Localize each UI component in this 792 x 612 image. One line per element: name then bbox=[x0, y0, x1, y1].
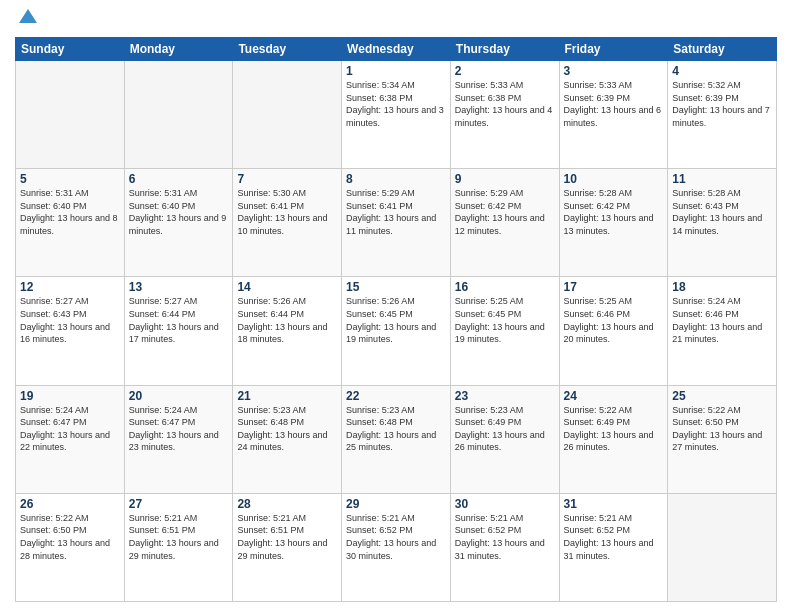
day-detail: Sunrise: 5:22 AM Sunset: 6:49 PM Dayligh… bbox=[564, 404, 664, 454]
day-number: 8 bbox=[346, 172, 446, 186]
day-detail: Sunrise: 5:28 AM Sunset: 6:43 PM Dayligh… bbox=[672, 187, 772, 237]
day-number: 24 bbox=[564, 389, 664, 403]
weekday-header-sunday: Sunday bbox=[16, 38, 125, 61]
day-detail: Sunrise: 5:34 AM Sunset: 6:38 PM Dayligh… bbox=[346, 79, 446, 129]
calendar-cell: 31Sunrise: 5:21 AM Sunset: 6:52 PM Dayli… bbox=[559, 493, 668, 601]
calendar-cell bbox=[16, 61, 125, 169]
calendar-cell: 17Sunrise: 5:25 AM Sunset: 6:46 PM Dayli… bbox=[559, 277, 668, 385]
calendar-cell: 11Sunrise: 5:28 AM Sunset: 6:43 PM Dayli… bbox=[668, 169, 777, 277]
day-detail: Sunrise: 5:27 AM Sunset: 6:43 PM Dayligh… bbox=[20, 295, 120, 345]
day-number: 12 bbox=[20, 280, 120, 294]
day-number: 30 bbox=[455, 497, 555, 511]
weekday-header-tuesday: Tuesday bbox=[233, 38, 342, 61]
day-detail: Sunrise: 5:29 AM Sunset: 6:41 PM Dayligh… bbox=[346, 187, 446, 237]
day-detail: Sunrise: 5:21 AM Sunset: 6:51 PM Dayligh… bbox=[129, 512, 229, 562]
weekday-header-thursday: Thursday bbox=[450, 38, 559, 61]
day-number: 31 bbox=[564, 497, 664, 511]
weekday-header-wednesday: Wednesday bbox=[342, 38, 451, 61]
calendar-cell: 24Sunrise: 5:22 AM Sunset: 6:49 PM Dayli… bbox=[559, 385, 668, 493]
day-number: 28 bbox=[237, 497, 337, 511]
calendar-cell: 3Sunrise: 5:33 AM Sunset: 6:39 PM Daylig… bbox=[559, 61, 668, 169]
calendar-cell: 20Sunrise: 5:24 AM Sunset: 6:47 PM Dayli… bbox=[124, 385, 233, 493]
calendar-cell: 4Sunrise: 5:32 AM Sunset: 6:39 PM Daylig… bbox=[668, 61, 777, 169]
calendar-cell bbox=[233, 61, 342, 169]
calendar-cell: 27Sunrise: 5:21 AM Sunset: 6:51 PM Dayli… bbox=[124, 493, 233, 601]
day-detail: Sunrise: 5:32 AM Sunset: 6:39 PM Dayligh… bbox=[672, 79, 772, 129]
svg-marker-0 bbox=[19, 9, 37, 23]
day-detail: Sunrise: 5:24 AM Sunset: 6:47 PM Dayligh… bbox=[129, 404, 229, 454]
day-number: 18 bbox=[672, 280, 772, 294]
calendar-cell: 21Sunrise: 5:23 AM Sunset: 6:48 PM Dayli… bbox=[233, 385, 342, 493]
day-number: 17 bbox=[564, 280, 664, 294]
calendar-cell: 7Sunrise: 5:30 AM Sunset: 6:41 PM Daylig… bbox=[233, 169, 342, 277]
calendar-cell: 18Sunrise: 5:24 AM Sunset: 6:46 PM Dayli… bbox=[668, 277, 777, 385]
calendar-week-5: 26Sunrise: 5:22 AM Sunset: 6:50 PM Dayli… bbox=[16, 493, 777, 601]
calendar-table: SundayMondayTuesdayWednesdayThursdayFrid… bbox=[15, 37, 777, 602]
calendar-cell: 10Sunrise: 5:28 AM Sunset: 6:42 PM Dayli… bbox=[559, 169, 668, 277]
day-detail: Sunrise: 5:26 AM Sunset: 6:44 PM Dayligh… bbox=[237, 295, 337, 345]
day-number: 2 bbox=[455, 64, 555, 78]
day-number: 13 bbox=[129, 280, 229, 294]
day-detail: Sunrise: 5:21 AM Sunset: 6:51 PM Dayligh… bbox=[237, 512, 337, 562]
calendar-cell: 23Sunrise: 5:23 AM Sunset: 6:49 PM Dayli… bbox=[450, 385, 559, 493]
calendar-week-3: 12Sunrise: 5:27 AM Sunset: 6:43 PM Dayli… bbox=[16, 277, 777, 385]
calendar-week-4: 19Sunrise: 5:24 AM Sunset: 6:47 PM Dayli… bbox=[16, 385, 777, 493]
weekday-header-friday: Friday bbox=[559, 38, 668, 61]
day-number: 14 bbox=[237, 280, 337, 294]
calendar-cell: 1Sunrise: 5:34 AM Sunset: 6:38 PM Daylig… bbox=[342, 61, 451, 169]
calendar-cell: 6Sunrise: 5:31 AM Sunset: 6:40 PM Daylig… bbox=[124, 169, 233, 277]
day-detail: Sunrise: 5:23 AM Sunset: 6:48 PM Dayligh… bbox=[237, 404, 337, 454]
day-detail: Sunrise: 5:22 AM Sunset: 6:50 PM Dayligh… bbox=[672, 404, 772, 454]
calendar-week-2: 5Sunrise: 5:31 AM Sunset: 6:40 PM Daylig… bbox=[16, 169, 777, 277]
calendar-cell: 12Sunrise: 5:27 AM Sunset: 6:43 PM Dayli… bbox=[16, 277, 125, 385]
day-number: 26 bbox=[20, 497, 120, 511]
day-number: 19 bbox=[20, 389, 120, 403]
day-number: 15 bbox=[346, 280, 446, 294]
day-detail: Sunrise: 5:30 AM Sunset: 6:41 PM Dayligh… bbox=[237, 187, 337, 237]
day-detail: Sunrise: 5:31 AM Sunset: 6:40 PM Dayligh… bbox=[20, 187, 120, 237]
day-number: 23 bbox=[455, 389, 555, 403]
day-detail: Sunrise: 5:33 AM Sunset: 6:39 PM Dayligh… bbox=[564, 79, 664, 129]
day-number: 21 bbox=[237, 389, 337, 403]
calendar-header-row: SundayMondayTuesdayWednesdayThursdayFrid… bbox=[16, 38, 777, 61]
calendar-cell: 28Sunrise: 5:21 AM Sunset: 6:51 PM Dayli… bbox=[233, 493, 342, 601]
day-number: 4 bbox=[672, 64, 772, 78]
day-detail: Sunrise: 5:23 AM Sunset: 6:49 PM Dayligh… bbox=[455, 404, 555, 454]
day-detail: Sunrise: 5:25 AM Sunset: 6:45 PM Dayligh… bbox=[455, 295, 555, 345]
calendar-cell: 15Sunrise: 5:26 AM Sunset: 6:45 PM Dayli… bbox=[342, 277, 451, 385]
day-detail: Sunrise: 5:29 AM Sunset: 6:42 PM Dayligh… bbox=[455, 187, 555, 237]
day-number: 9 bbox=[455, 172, 555, 186]
day-number: 1 bbox=[346, 64, 446, 78]
day-number: 6 bbox=[129, 172, 229, 186]
day-detail: Sunrise: 5:23 AM Sunset: 6:48 PM Dayligh… bbox=[346, 404, 446, 454]
day-number: 20 bbox=[129, 389, 229, 403]
calendar-cell: 26Sunrise: 5:22 AM Sunset: 6:50 PM Dayli… bbox=[16, 493, 125, 601]
day-number: 5 bbox=[20, 172, 120, 186]
day-detail: Sunrise: 5:26 AM Sunset: 6:45 PM Dayligh… bbox=[346, 295, 446, 345]
day-detail: Sunrise: 5:24 AM Sunset: 6:46 PM Dayligh… bbox=[672, 295, 772, 345]
day-detail: Sunrise: 5:27 AM Sunset: 6:44 PM Dayligh… bbox=[129, 295, 229, 345]
calendar-cell: 19Sunrise: 5:24 AM Sunset: 6:47 PM Dayli… bbox=[16, 385, 125, 493]
day-detail: Sunrise: 5:21 AM Sunset: 6:52 PM Dayligh… bbox=[564, 512, 664, 562]
day-detail: Sunrise: 5:28 AM Sunset: 6:42 PM Dayligh… bbox=[564, 187, 664, 237]
calendar-cell: 16Sunrise: 5:25 AM Sunset: 6:45 PM Dayli… bbox=[450, 277, 559, 385]
day-number: 16 bbox=[455, 280, 555, 294]
calendar-week-1: 1Sunrise: 5:34 AM Sunset: 6:38 PM Daylig… bbox=[16, 61, 777, 169]
day-detail: Sunrise: 5:33 AM Sunset: 6:38 PM Dayligh… bbox=[455, 79, 555, 129]
calendar-cell bbox=[668, 493, 777, 601]
day-detail: Sunrise: 5:25 AM Sunset: 6:46 PM Dayligh… bbox=[564, 295, 664, 345]
day-detail: Sunrise: 5:24 AM Sunset: 6:47 PM Dayligh… bbox=[20, 404, 120, 454]
day-number: 3 bbox=[564, 64, 664, 78]
day-number: 10 bbox=[564, 172, 664, 186]
calendar-cell bbox=[124, 61, 233, 169]
weekday-header-saturday: Saturday bbox=[668, 38, 777, 61]
calendar-cell: 8Sunrise: 5:29 AM Sunset: 6:41 PM Daylig… bbox=[342, 169, 451, 277]
calendar-cell: 30Sunrise: 5:21 AM Sunset: 6:52 PM Dayli… bbox=[450, 493, 559, 601]
day-number: 11 bbox=[672, 172, 772, 186]
header bbox=[15, 10, 777, 31]
day-number: 25 bbox=[672, 389, 772, 403]
page: SundayMondayTuesdayWednesdayThursdayFrid… bbox=[0, 0, 792, 612]
day-detail: Sunrise: 5:22 AM Sunset: 6:50 PM Dayligh… bbox=[20, 512, 120, 562]
day-number: 22 bbox=[346, 389, 446, 403]
day-number: 7 bbox=[237, 172, 337, 186]
